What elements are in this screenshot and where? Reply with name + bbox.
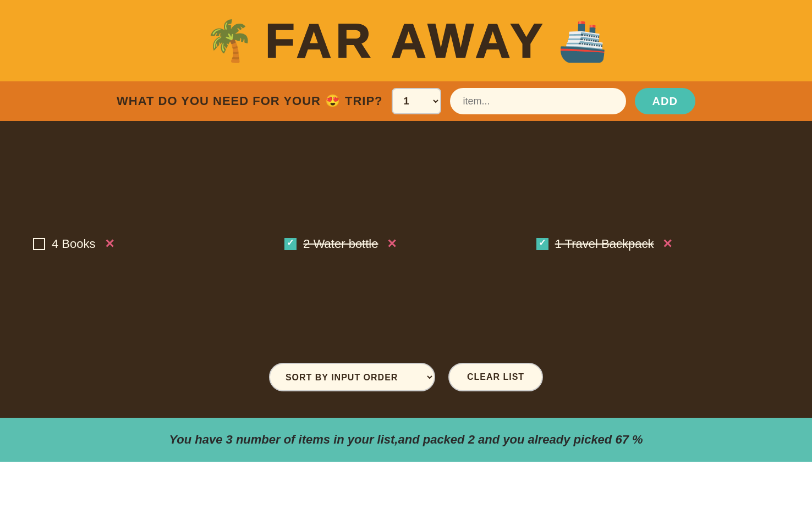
toolbar-label-before: WHAT DO YOU NEED FOR YOUR xyxy=(117,94,321,108)
app-title: FAR AWAY xyxy=(265,13,547,69)
header-logo: 🌴 FAR AWAY 🚢 xyxy=(205,13,607,69)
bottom-bar: SORT BY INPUT ORDERSORT BY NAMESORT BY P… xyxy=(33,350,779,400)
item-input[interactable] xyxy=(450,88,626,114)
list-item: 2 Water bottle✕ xyxy=(284,139,527,350)
item-checkbox-1[interactable] xyxy=(33,238,45,250)
toolbar-label: WHAT DO YOU NEED FOR YOUR 😍 TRIP? xyxy=(117,94,382,108)
toolbar: WHAT DO YOU NEED FOR YOUR 😍 TRIP? 123456… xyxy=(0,81,812,121)
sort-select[interactable]: SORT BY INPUT ORDERSORT BY NAMESORT BY P… xyxy=(269,363,435,391)
clear-list-button[interactable]: CLEAR LIST xyxy=(448,363,543,391)
item-checkbox-2[interactable] xyxy=(284,238,297,250)
ship-icon: 🚢 xyxy=(558,21,607,60)
item-text-1: 4 Books xyxy=(52,237,96,251)
add-button[interactable]: ADD xyxy=(635,88,695,114)
items-grid: 4 Books✕2 Water bottle✕1 Travel Backpack… xyxy=(33,139,779,350)
quantity-select[interactable]: 12345678910 xyxy=(392,88,441,114)
app-footer: You have 3 number of items in your list,… xyxy=(0,418,812,462)
item-text-2: 2 Water bottle xyxy=(303,237,378,251)
list-item: 1 Travel Backpack✕ xyxy=(536,139,779,350)
item-text-3: 1 Travel Backpack xyxy=(555,237,654,251)
palm-icon: 🌴 xyxy=(205,21,254,60)
toolbar-emoji: 😍 xyxy=(325,94,341,108)
delete-item-icon-1[interactable]: ✕ xyxy=(105,237,114,251)
list-item: 4 Books✕ xyxy=(33,139,276,350)
footer-text: You have 3 number of items in your list,… xyxy=(169,433,643,447)
toolbar-label-after: TRIP? xyxy=(345,94,383,108)
item-checkbox-3[interactable] xyxy=(536,238,548,250)
delete-item-icon-3[interactable]: ✕ xyxy=(662,237,672,251)
delete-item-icon-2[interactable]: ✕ xyxy=(387,237,397,251)
app-header: 🌴 FAR AWAY 🚢 xyxy=(0,0,812,81)
main-content: 4 Books✕2 Water bottle✕1 Travel Backpack… xyxy=(0,121,812,418)
